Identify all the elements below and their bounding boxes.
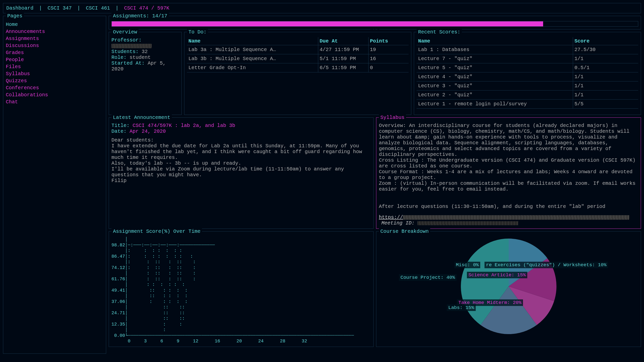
todo-cell-name: Lab 3a : Multiple Sequence A… (187, 45, 318, 54)
sidebar-item-chat[interactable]: Chat (6, 99, 103, 106)
todo-panel: To Do: Name Due At Points Lab 3a : Multi… (184, 32, 411, 115)
overview-panel: Overview Professor: Students: 32 Role: s… (109, 32, 182, 115)
sidebar-item-assignments[interactable]: Assignments (6, 35, 103, 42)
sidebar-panel: Pages Home Announcements Assignments Dis… (3, 16, 106, 354)
scores-cell-name: Lecture 3 - "quiz" (417, 81, 573, 90)
score-chart-ascii: │ 98.82│┄:┄┄┄:┄┄:┄┄:┄┄:┄┄┄:┄┄┄┄┄┄┄┄┄┄┄┄┄… (111, 237, 371, 344)
announcement-title-value: CSCI 474/597K : lab 2a, and lab 3b (133, 123, 235, 128)
sidebar-item-people[interactable]: People (6, 56, 103, 63)
tab-separator: | (115, 5, 118, 11)
scores-table: Name Score Lab 1 : Databases27.5/30Lectu… (417, 37, 638, 109)
todo-legend: To Do: (187, 29, 208, 35)
todo-cell-due: 5/1 11:59 PM (318, 54, 368, 63)
assignments-legend: Assignments: 14/17 (111, 13, 169, 19)
syllabus-link-obfuscated (403, 215, 629, 220)
todo-cell-name: Letter Grade Opt-In (187, 63, 318, 72)
scores-cell-score: 1/1 (573, 54, 638, 63)
role-value: student (130, 55, 151, 60)
score-chart-legend: Assignment Score(%) Over Time (111, 229, 202, 234)
scores-cell-name: Lecture 1 - remote login poll/survey (417, 100, 573, 109)
sidebar-item-discussions[interactable]: Discussions (6, 42, 103, 49)
scores-col-score: Score (573, 37, 638, 45)
table-row[interactable]: Lecture 2 - "quiz"1/1 (417, 90, 638, 100)
todo-table: Name Due At Points Lab 3a : Multiple Seq… (187, 37, 409, 72)
scores-cell-name: Lecture 2 - "quiz" (417, 90, 573, 100)
scores-panel: Recent Scores: Name Score Lab 1 : Databa… (414, 32, 641, 115)
scores-cell-score: 1/1 (573, 72, 638, 81)
tab-dashboard[interactable]: Dashboard (6, 5, 33, 11)
sidebar-item-conferences[interactable]: Conferences (6, 84, 103, 92)
scores-cell-name: Lab 1 : Databases (417, 45, 573, 54)
scores-cell-score: 27.5/30 (573, 45, 638, 54)
scores-cell-score: 1/1 (573, 81, 638, 90)
todo-cell-points: 0 (368, 63, 409, 72)
todo-cell-name: Lab 3b : Multiple Sequence A… (187, 54, 318, 63)
announcement-title-label: Title: (111, 123, 130, 128)
tab-separator: | (39, 5, 42, 11)
pie-chart (461, 239, 556, 334)
pie-label-labs: Labs: 15% (447, 304, 476, 311)
syllabus-body: Overview: An interdisciplinary course fo… (379, 123, 638, 209)
professor-label: Professor: (111, 37, 142, 43)
tab-csci-474-597k[interactable]: CSCI 474 / 597K (124, 5, 169, 11)
role-label: Role: (111, 55, 127, 60)
table-row[interactable]: Lecture 5 - "quiz"0.5/1 (417, 63, 638, 72)
table-row[interactable]: Lab 1 : Databases27.5/30 (417, 45, 638, 54)
tab-csci-461[interactable]: CSCI 461 (86, 5, 110, 11)
syllabus-legend: Syllabus (379, 115, 406, 120)
scores-cell-name: Lecture 4 - "quiz" (417, 72, 573, 81)
scores-col-name: Name (417, 37, 573, 45)
scores-cell-score: 1/1 (573, 90, 638, 100)
syllabus-meta-obfuscated (418, 221, 518, 225)
sidebar-item-collaborations[interactable]: Collaborations (6, 92, 103, 99)
sidebar-item-home[interactable]: Home (6, 21, 103, 28)
announcement-panel: Latest Announcement Title: CSCI 474/597K… (109, 117, 374, 229)
assignment-progress-fill (112, 21, 543, 26)
sidebar-item-files[interactable]: Files (6, 63, 103, 70)
table-row[interactable]: Lab 3b : Multiple Sequence A…5/1 11:59 P… (187, 54, 409, 63)
scores-cell-name: Lecture 5 - "quiz" (417, 63, 573, 72)
table-row[interactable]: Lab 3a : Multiple Sequence A…4/27 11:59 … (187, 45, 409, 54)
breakdown-chart-legend: Course Breakdown (379, 229, 430, 234)
pie-label-article: Science Article: 15% (467, 272, 527, 278)
tab-csci-347[interactable]: CSCI 347 (48, 5, 72, 11)
sidebar-item-announcements[interactable]: Announcements (6, 28, 103, 35)
table-row[interactable]: Lecture 3 - "quiz"1/1 (417, 81, 638, 90)
announcement-body: Dear students: I have extended the due d… (111, 137, 371, 184)
overview-legend: Overview (111, 29, 139, 35)
table-row[interactable]: Lecture 4 - "quiz"1/1 (417, 72, 638, 81)
todo-cell-due: 4/27 11:59 PM (318, 45, 368, 54)
assignments-panel: Assignments: 14/17 82% (109, 16, 641, 29)
pie-container: Course Project: 40% Take Home Midterm: 2… (379, 237, 638, 334)
table-row[interactable]: Lecture 1 - remote login poll/survey5/5 (417, 100, 638, 109)
assignment-progress-bar: 82% (111, 21, 638, 27)
started-label: Started At: (111, 60, 145, 66)
table-row[interactable]: Lecture 7 - "quiz"1/1 (417, 54, 638, 63)
table-row[interactable]: Letter Grade Opt-In6/5 11:59 PM0 (187, 63, 409, 72)
professor-redacted (111, 44, 152, 48)
topbar: Dashboard | CSCI 347 | CSCI 461 | CSCI 4… (3, 3, 641, 13)
announcement-date-label: Date: (111, 128, 127, 134)
students-label: Students: (111, 49, 139, 55)
tab-separator: | (77, 5, 80, 11)
syllabus-zoom-link[interactable]: https:// (379, 214, 629, 220)
sidebar-item-syllabus[interactable]: Syllabus (6, 70, 103, 77)
syllabus-link-prefix: https:// (379, 214, 403, 220)
scores-cell-score: 0.5/1 (573, 63, 638, 72)
sidebar-legend: Pages (6, 13, 24, 19)
sidebar-item-quizzes[interactable]: Quizzes (6, 77, 103, 84)
announcement-date-value: Apr 24, 2020 (130, 128, 166, 134)
score-chart-panel: Assignment Score(%) Over Time │ 98.82│┄:… (109, 231, 374, 347)
breakdown-chart-panel: Course Breakdown (376, 231, 641, 347)
announcement-legend: Latest Announcement (111, 115, 172, 120)
todo-cell-points: 19 (368, 45, 409, 54)
scores-legend: Recent Scores: (417, 29, 462, 35)
syllabus-panel: Syllabus Overview: An interdisciplinary … (376, 117, 641, 229)
syllabus-meeting-meta: Meeting ID: (381, 220, 518, 226)
scores-cell-score: 5/5 (573, 100, 638, 109)
pie-label-exercises: re Exercises ("quizzes") / Worksheets: 1… (485, 262, 608, 268)
sidebar-item-grades[interactable]: Grades (6, 49, 103, 56)
pie-label-misc: Misc: 0% (454, 262, 480, 268)
todo-cell-points: 16 (368, 54, 409, 63)
todo-col-due: Due At (318, 37, 368, 45)
